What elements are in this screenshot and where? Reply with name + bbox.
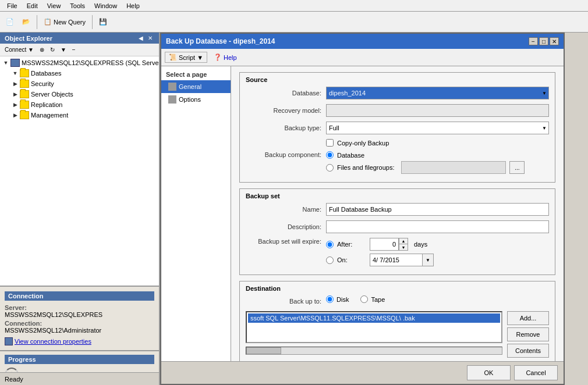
on-option: On: ▼	[326, 254, 434, 266]
disconnect-button[interactable]: ⊗	[37, 45, 47, 55]
menu-file[interactable]: File	[2, 1, 22, 10]
new-query-icon: 📋	[44, 18, 52, 26]
tape-label: Tape	[371, 296, 385, 303]
dialog-main-content: Source Database: dipesh_2014	[231, 66, 564, 361]
options-tab-label: Options	[179, 96, 201, 103]
panel-controls: ◀ ✕	[137, 34, 154, 42]
remove-button[interactable]: Remove	[507, 327, 549, 341]
files-input[interactable]	[401, 161, 506, 174]
name-input[interactable]	[326, 203, 549, 216]
dialog-maximize-button[interactable]: □	[539, 37, 548, 45]
component-database-radio[interactable]	[326, 151, 334, 159]
filter-button[interactable]: ▼	[58, 45, 69, 55]
copy-only-checkbox[interactable]	[326, 139, 334, 147]
collapse-button[interactable]: −	[70, 45, 78, 55]
replication-folder-icon	[20, 101, 29, 109]
cancel-button[interactable]: Cancel	[514, 365, 558, 380]
connect-button[interactable]: Connect ▼	[2, 45, 36, 55]
view-connection-properties-link[interactable]: View connection properties	[5, 337, 154, 345]
select-page-title: Select a page	[161, 69, 231, 80]
recovery-model-label: Recovery model:	[246, 107, 321, 114]
tab-general[interactable]: General	[161, 80, 231, 93]
ok-button[interactable]: OK	[467, 365, 511, 380]
menu-help[interactable]: Help	[122, 1, 144, 10]
dest-list[interactable]: ssoft SQL Server\MSSQL11.SQLEXPRESS\MSSQ…	[246, 311, 502, 343]
dest-list-item[interactable]: ssoft SQL Server\MSSQL11.SQLEXPRESS\MSSQ…	[248, 313, 500, 323]
menu-edit[interactable]: Edit	[22, 1, 42, 10]
databases-expand-icon[interactable]: ▼	[10, 69, 20, 78]
panel-close-button[interactable]: ✕	[146, 34, 154, 42]
server-node[interactable]: ▼ MSSWSS2MSQL12\SQLEXPRESS (SQL Server 1…	[0, 58, 159, 68]
replication-node[interactable]: ▶ Replication	[0, 99, 159, 110]
tape-radio[interactable]	[360, 295, 368, 303]
help-button[interactable]: ❓ Help	[210, 52, 241, 63]
backup-component-label: Backup component:	[246, 151, 321, 158]
refresh-button[interactable]: ↻	[48, 45, 57, 55]
save-button[interactable]: 💾	[95, 14, 111, 30]
security-expand-icon[interactable]: ▶	[10, 79, 20, 88]
management-node[interactable]: ▶ Management	[0, 110, 159, 120]
security-label: Security	[31, 80, 54, 87]
spin-down-button[interactable]: ▼	[399, 244, 408, 251]
dialog-body: Select a page General Options Source	[161, 66, 564, 361]
object-explorer-title-bar: Object Explorer ◀ ✕	[0, 33, 159, 44]
dialog-window-controls: − □ ✕	[529, 37, 559, 45]
database-select[interactable]: dipesh_2014	[326, 87, 549, 99]
open-button[interactable]: 📂	[19, 14, 34, 30]
link-icon	[5, 337, 13, 345]
backup-component-group: Database Files and filegroups: ...	[326, 151, 525, 174]
date-select: ▼	[370, 254, 434, 266]
dest-scroll-thumb	[246, 347, 281, 354]
management-label: Management	[31, 112, 68, 119]
server-icon	[10, 59, 20, 67]
disk-radio[interactable]	[326, 295, 334, 303]
script-icon: 📜	[169, 54, 177, 61]
files-browse-button[interactable]: ...	[509, 161, 525, 174]
script-button[interactable]: 📜 Script ▼	[165, 52, 207, 63]
link-label: View connection properties	[15, 338, 91, 345]
dialog-minimize-button[interactable]: −	[529, 37, 538, 45]
after-radio[interactable]	[326, 241, 334, 248]
object-explorer-panel: Object Explorer ◀ ✕ Connect ▼ ⊗ ↻ ▼ −	[0, 33, 160, 385]
tab-options[interactable]: Options	[161, 93, 231, 106]
days-input[interactable]	[370, 238, 399, 251]
menu-view[interactable]: View	[42, 1, 66, 10]
dest-path: ssoft SQL Server\MSSQL11.SQLEXPRESS\MSSQ…	[250, 315, 401, 322]
dest-list-area: ssoft SQL Server\MSSQL11.SQLEXPRESS\MSSQ…	[246, 311, 549, 358]
description-input[interactable]	[326, 220, 549, 233]
date-input[interactable]	[370, 254, 422, 266]
dialog-close-button[interactable]: ✕	[550, 37, 559, 45]
help-label: Help	[224, 54, 237, 61]
management-expand-icon[interactable]: ▶	[10, 110, 20, 120]
new-file-button[interactable]: 📄	[2, 14, 17, 30]
menu-tools[interactable]: Tools	[65, 1, 90, 10]
dest-ext: .bak	[403, 315, 415, 322]
server-objects-node[interactable]: ▶ Server Objects	[0, 89, 159, 99]
component-database-row: Database	[326, 151, 525, 159]
component-files-radio[interactable]	[326, 164, 334, 172]
server-objects-expand-icon[interactable]: ▶	[10, 90, 20, 99]
menu-window[interactable]: Window	[90, 1, 122, 10]
add-button[interactable]: Add...	[507, 311, 549, 325]
server-expand-icon[interactable]: ▼	[1, 58, 10, 67]
server-label: Server:	[5, 304, 27, 311]
filter-icon: ▼	[61, 47, 66, 53]
disconnect-icon: ⊗	[40, 47, 44, 53]
spin-up-button[interactable]: ▲	[399, 238, 408, 244]
dest-scrollbar[interactable]	[246, 347, 502, 355]
backup-set-title: Backup set	[246, 192, 549, 199]
collapse-icon: −	[72, 47, 76, 53]
new-query-button[interactable]: 📋 New Query	[40, 14, 89, 30]
date-picker-button[interactable]: ▼	[422, 254, 434, 266]
database-label: Database:	[246, 90, 321, 97]
contents-button[interactable]: Contents	[507, 344, 549, 358]
security-node[interactable]: ▶ Security	[0, 79, 159, 89]
general-tab-label: General	[179, 83, 201, 90]
dialog-toolbar: 📜 Script ▼ ❓ Help	[161, 49, 564, 66]
replication-expand-icon[interactable]: ▶	[10, 100, 20, 109]
databases-node[interactable]: ▼ Databases	[0, 68, 159, 79]
recovery-model-row: Recovery model: SIMPLE	[246, 104, 549, 117]
backup-type-select[interactable]: Full Differential Transaction Log	[326, 122, 549, 134]
panel-pin-button[interactable]: ◀	[137, 34, 145, 42]
on-radio[interactable]	[326, 256, 334, 264]
